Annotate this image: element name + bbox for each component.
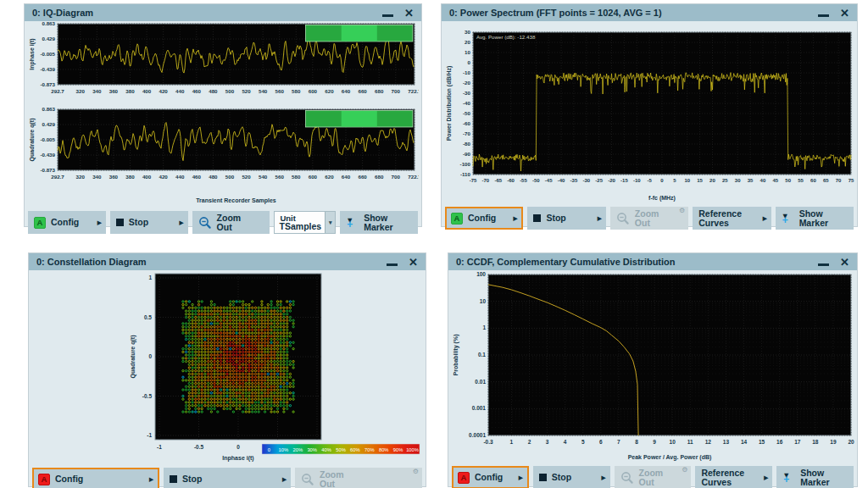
power-spectrum-window: 0: Power Spectrum (FFT points = 1024, AV… bbox=[441, 3, 858, 227]
dropdown-caret-icon[interactable]: ▾ bbox=[325, 212, 335, 233]
arrow-right-icon: ▶ bbox=[149, 476, 153, 483]
tick-label: 40 bbox=[760, 178, 766, 183]
tick-label: 20 bbox=[848, 439, 854, 445]
constellation-plot-canvas[interactable]: -1-0.500.5110.50-0.5-1Quadrature q(t)Inp… bbox=[31, 271, 423, 466]
unit-value: TSamples bbox=[280, 221, 322, 231]
tick-label: -75 bbox=[470, 178, 477, 183]
zoom-out-button[interactable]: ZoomOut⚙ bbox=[610, 207, 688, 230]
tick-label: 520 bbox=[242, 174, 251, 180]
tick-label: 540 bbox=[259, 88, 268, 94]
button-label-line: Marker bbox=[799, 219, 828, 228]
constellation-window-titlebar[interactable]: 0: Constellation Diagram ✕ bbox=[29, 253, 426, 270]
spectrum-plot-canvas[interactable]: -75-70-65-60-55-50-45-40-35-30-25-20-15-… bbox=[444, 22, 854, 205]
tick-label: 580 bbox=[292, 174, 301, 180]
tick-label: -0.5 bbox=[142, 393, 153, 399]
close-icon[interactable]: ✕ bbox=[409, 257, 418, 268]
config-button[interactable]: AConfig▶ bbox=[445, 207, 523, 230]
tick-label: 660 bbox=[358, 88, 367, 94]
quadrature-plot-canvas[interactable]: 292.732034036038040042044046048050052054… bbox=[27, 108, 419, 209]
tick-label: -50 bbox=[532, 178, 540, 183]
tick-label: -0.439 bbox=[40, 152, 55, 158]
constellation-toolbar: AConfig▶Stop▶ZoomOut⚙ bbox=[32, 468, 422, 488]
tick-label: 0.429 bbox=[42, 36, 56, 42]
stop-button[interactable]: Stop▶ bbox=[164, 468, 291, 488]
tick-label: 600 bbox=[309, 174, 318, 180]
tick-label: 0.1 bbox=[478, 352, 486, 358]
spectrum-svg: -75-70-65-60-55-50-45-40-35-30-25-20-15-… bbox=[444, 22, 854, 202]
zoom-out-button[interactable]: ZoomOut⚙ bbox=[295, 468, 422, 488]
spectrum-window-titlebar[interactable]: 0: Power Spectrum (FFT points = 1024, AV… bbox=[442, 4, 857, 21]
tick-label: -60 bbox=[463, 120, 471, 126]
unit-dropdown[interactable]: UnitTSamples▾ bbox=[274, 211, 336, 234]
stop-button[interactable]: Stop▶ bbox=[527, 207, 605, 230]
tick-label: 292.7 bbox=[51, 174, 64, 180]
tick-label: 20 bbox=[465, 39, 470, 45]
spectrum-window-title: 0: Power Spectrum (FFT points = 1024, AV… bbox=[449, 8, 662, 18]
config-button[interactable]: AConfig▶ bbox=[452, 466, 529, 488]
plus-icon: + bbox=[782, 217, 788, 224]
reference-curves-button[interactable]: ReferenceCurves▶ bbox=[695, 466, 772, 488]
tick-label: 722.7 bbox=[408, 174, 419, 180]
button-label-line: Stop bbox=[182, 474, 202, 484]
arrow-right-icon: ▶ bbox=[180, 219, 184, 226]
button-label-line: Show bbox=[800, 469, 829, 478]
tick-label: -0.439 bbox=[40, 66, 55, 72]
config-button[interactable]: AConfig▶ bbox=[28, 211, 106, 234]
colorbar-label: 10% bbox=[279, 447, 289, 452]
show-marker-button[interactable]: ▼+ShowMarker bbox=[340, 211, 418, 234]
tick-label: -1 bbox=[147, 432, 152, 438]
gear-icon: ⚙ bbox=[682, 466, 687, 474]
button-label: Stop bbox=[546, 214, 565, 223]
stop-button[interactable]: Stop▶ bbox=[533, 466, 610, 488]
tick-label: 400 bbox=[142, 88, 152, 94]
tick-label: 700 bbox=[392, 88, 401, 94]
tick-label: 70 bbox=[836, 178, 842, 183]
ccdf-window-title: 0: CCDF, Complementary Cumulative Distri… bbox=[456, 257, 676, 267]
tick-label: 7 bbox=[617, 439, 620, 445]
minimize-icon[interactable] bbox=[818, 14, 829, 17]
show-marker-button[interactable]: ▼+ShowMarker bbox=[776, 466, 854, 488]
tick-label: -0.873 bbox=[40, 167, 55, 173]
tick-label: 14 bbox=[741, 439, 748, 445]
close-icon[interactable]: ✕ bbox=[404, 8, 414, 19]
tick-label: 292.7 bbox=[51, 88, 64, 94]
tick-label: -90 bbox=[463, 151, 471, 157]
zoom-out-button[interactable]: ZoomOut⚙ bbox=[615, 466, 692, 488]
inphase-plot-canvas[interactable]: 292.732034036038040042044046048050052054… bbox=[27, 22, 419, 107]
button-label: Stop bbox=[552, 473, 571, 482]
ccdf-plot-canvas[interactable]: -0.3123456789101112131415161718192010010… bbox=[451, 271, 854, 464]
tick-label: -30 bbox=[463, 90, 471, 96]
tick-label: 360 bbox=[109, 174, 119, 180]
y-axis-label: Quadrature q(t) bbox=[29, 119, 36, 162]
minimize-icon[interactable] bbox=[382, 14, 393, 17]
show-marker-button[interactable]: ▼+ShowMarker bbox=[776, 207, 854, 230]
tick-label: 640 bbox=[342, 174, 351, 180]
tick-label: 3 bbox=[546, 439, 549, 445]
colorbar-label: 60% bbox=[350, 447, 360, 452]
minimize-icon[interactable] bbox=[387, 263, 398, 266]
config-button[interactable]: AConfig▶ bbox=[32, 468, 159, 488]
button-label: Config bbox=[51, 218, 79, 227]
button-label: ZoomOut bbox=[635, 209, 659, 228]
reference-curves-button[interactable]: ReferenceCurves▶ bbox=[693, 207, 771, 230]
colorbar-label: 30% bbox=[307, 447, 317, 452]
close-icon[interactable]: ✕ bbox=[840, 8, 849, 19]
stop-button[interactable]: Stop▶ bbox=[110, 211, 188, 234]
colorbar-label: 20% bbox=[292, 447, 303, 452]
stop-icon bbox=[170, 475, 177, 483]
tick-label: -45 bbox=[545, 178, 553, 183]
minimize-icon[interactable] bbox=[818, 263, 829, 266]
button-label: ShowMarker bbox=[364, 214, 392, 232]
tick-label: 640 bbox=[342, 88, 351, 94]
zoom-out-button[interactable]: ZoomOut bbox=[192, 211, 270, 234]
tick-label: 60 bbox=[810, 178, 816, 183]
tick-label: -0.5 bbox=[194, 444, 204, 450]
button-label-line: Curves bbox=[701, 478, 744, 487]
ccdf-window-titlebar[interactable]: 0: CCDF, Complementary Cumulative Distri… bbox=[448, 253, 857, 270]
button-label-line: Config bbox=[51, 218, 79, 227]
constellation-window: 0: Constellation Diagram ✕ -1-0.500.5110… bbox=[28, 252, 426, 487]
close-icon[interactable]: ✕ bbox=[840, 257, 849, 268]
tick-label: 0.5 bbox=[144, 314, 152, 320]
iq-window-titlebar[interactable]: 0: IQ-Diagram ✕ bbox=[25, 4, 421, 21]
tick-label: 420 bbox=[159, 88, 168, 94]
